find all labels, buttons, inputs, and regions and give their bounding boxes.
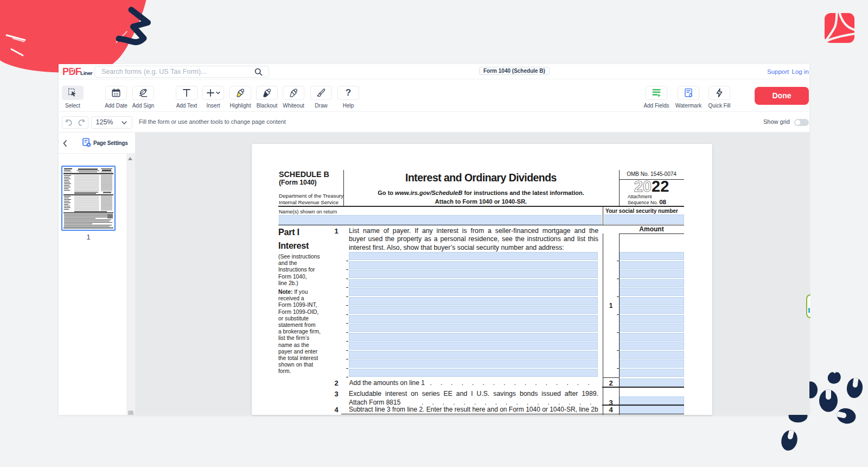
svg-text:Liner: Liner <box>80 70 93 76</box>
